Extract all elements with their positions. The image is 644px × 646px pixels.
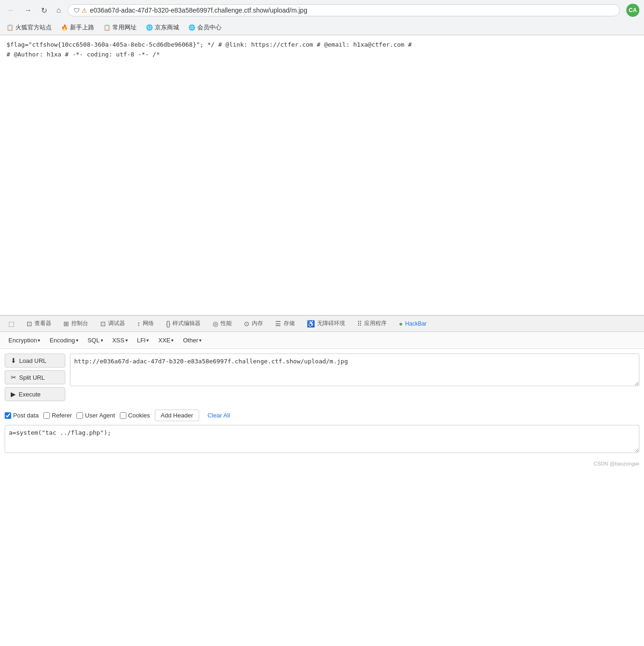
split-url-button[interactable]: ✂ Split URL xyxy=(5,370,65,384)
add-header-button[interactable]: Add Header xyxy=(155,410,199,421)
hackbar-body: ⬇ Load URL ✂ Split URL ▶ Execute xyxy=(0,349,644,406)
hackbar-url-textarea[interactable] xyxy=(70,354,639,386)
devtools-tab-app[interactable]: ⠿ 应用程序 xyxy=(352,316,392,332)
lfi-label: LFI xyxy=(137,337,146,344)
devtools-tab-storage[interactable]: ☰ 存储 xyxy=(270,316,300,332)
hackbar-sql-btn[interactable]: SQL ▾ xyxy=(84,335,107,346)
devtools-tab-memory[interactable]: ⊙ 内存 xyxy=(238,316,269,332)
devtools-tab-pointer[interactable]: ⬚ xyxy=(3,316,20,332)
hackbar-encryption-btn[interactable]: Encryption ▾ xyxy=(5,335,44,346)
hackbar-actions: ⬇ Load URL ✂ Split URL ▶ Execute xyxy=(5,354,65,401)
sql-label: SQL xyxy=(88,337,100,344)
hackbar-other-btn[interactable]: Other ▾ xyxy=(179,335,205,346)
address-input[interactable] xyxy=(90,7,614,14)
profile-avatar: CA xyxy=(626,4,639,17)
inspector-label: 查看器 xyxy=(35,320,51,327)
devtools-tab-inspector[interactable]: ⊡ 查看器 xyxy=(21,316,57,332)
load-url-label: Load URL xyxy=(19,357,47,364)
bookmark-jd[interactable]: 🌐 京东商城 xyxy=(144,22,181,33)
user-agent-option[interactable]: User Agent xyxy=(76,412,115,419)
xxe-label: XXE xyxy=(158,337,170,344)
forward-button[interactable]: → xyxy=(21,4,35,16)
back-button[interactable]: ← xyxy=(5,4,18,16)
shield-icon: 🛡 xyxy=(74,7,80,14)
browser-toolbar: ← → ↻ ⌂ 🛡 ⚠ CA xyxy=(0,0,644,21)
load-url-icon: ⬇ xyxy=(11,357,16,364)
execute-icon: ▶ xyxy=(11,390,16,398)
post-data-checkbox[interactable] xyxy=(5,412,11,419)
hackbar-menu: Encryption ▾ Encoding ▾ SQL ▾ XSS ▾ LFI … xyxy=(0,332,644,349)
user-agent-checkbox[interactable] xyxy=(76,412,83,419)
load-url-button[interactable]: ⬇ Load URL xyxy=(5,354,65,368)
bookmark-globe2-icon: 🌐 xyxy=(188,24,195,31)
devtools-tab-accessibility[interactable]: ♿ 无障碍环境 xyxy=(301,316,351,332)
hackbar-post-area xyxy=(5,425,639,454)
hackbar-post-textarea[interactable] xyxy=(5,425,639,453)
memory-label: 内存 xyxy=(252,320,263,327)
devtools-tab-network[interactable]: ↕ 网络 xyxy=(132,316,159,332)
hackbar-url-area xyxy=(70,354,639,401)
reload-button[interactable]: ↻ xyxy=(38,4,50,17)
referer-option[interactable]: Referer xyxy=(43,412,72,419)
post-data-label: Post data xyxy=(13,412,39,419)
app-icon: ⠿ xyxy=(357,320,362,327)
hackbar-encoding-btn[interactable]: Encoding ▾ xyxy=(46,335,82,346)
browser-chrome: ← → ↻ ⌂ 🛡 ⚠ CA 📋 火狐官方站点 🔥 新手上路 📋 常用网址 🌐 … xyxy=(0,0,644,35)
cookies-checkbox[interactable] xyxy=(120,412,126,419)
page-content: $flag="ctfshow{10cc6508-360a-405a-8ebc-5… xyxy=(0,35,644,315)
cookies-label: Cookies xyxy=(128,412,150,419)
home-button[interactable]: ⌂ xyxy=(54,4,64,16)
clear-all-button[interactable]: Clear All xyxy=(204,410,234,421)
referer-label: Referer xyxy=(52,412,72,419)
devtools-tab-hackbar[interactable]: ● HackBar xyxy=(393,316,432,332)
encryption-label: Encryption xyxy=(8,337,37,344)
post-data-option[interactable]: Post data xyxy=(5,412,39,419)
bookmark-folder2-icon: 📋 xyxy=(104,24,111,31)
execute-label: Execute xyxy=(19,391,41,398)
devtools-tab-performance[interactable]: ◎ 性能 xyxy=(207,316,237,332)
debugger-icon: ⊡ xyxy=(100,320,106,327)
bookmark-common[interactable]: 📋 常用网址 xyxy=(102,22,138,33)
user-agent-label: User Agent xyxy=(85,412,115,419)
devtools-tab-debugger[interactable]: ⊡ 调试器 xyxy=(95,316,131,332)
bookmark-folder-icon: 📋 xyxy=(7,24,14,31)
bookmark-huhu[interactable]: 📋 火狐官方站点 xyxy=(5,22,54,33)
other-label: Other xyxy=(183,337,198,344)
performance-icon: ◎ xyxy=(213,320,218,327)
cookies-option[interactable]: Cookies xyxy=(120,412,150,419)
console-icon: ⊞ xyxy=(63,320,69,327)
hackbar-lfi-btn[interactable]: LFI ▾ xyxy=(133,335,153,346)
lfi-chevron-icon: ▾ xyxy=(146,338,149,343)
bookmark-huhu-label: 火狐官方站点 xyxy=(15,23,52,32)
network-icon: ↕ xyxy=(137,320,140,327)
bookmarks-bar: 📋 火狐官方站点 🔥 新手上路 📋 常用网址 🌐 京东商城 🌐 会员中心 xyxy=(0,21,644,35)
split-url-icon: ✂ xyxy=(11,374,16,381)
hackbar-xss-btn[interactable]: XSS ▾ xyxy=(109,335,132,346)
address-bar-icons: 🛡 ⚠ xyxy=(74,7,87,14)
devtools-tab-console[interactable]: ⊞ 控制台 xyxy=(58,316,94,332)
console-label: 控制台 xyxy=(71,320,88,327)
other-chevron-icon: ▾ xyxy=(199,338,201,343)
style-editor-label: 样式编辑器 xyxy=(173,320,201,327)
storage-label: 存储 xyxy=(284,320,295,327)
hackbar-label: HackBar xyxy=(405,320,427,327)
hackbar-xxe-btn[interactable]: XXE ▾ xyxy=(154,335,177,346)
execute-button[interactable]: ▶ Execute xyxy=(5,387,65,401)
referer-checkbox[interactable] xyxy=(43,412,50,419)
bookmark-fire-icon: 🔥 xyxy=(61,24,68,31)
storage-icon: ☰ xyxy=(275,320,281,327)
watermark: CSDN @baozongwi xyxy=(0,459,644,468)
hackbar-options: Post data Referer User Agent Cookies Add… xyxy=(0,406,644,425)
encoding-chevron-icon: ▾ xyxy=(76,338,78,343)
xss-label: XSS xyxy=(112,337,125,344)
hackbar-panel: Encryption ▾ Encoding ▾ SQL ▾ XSS ▾ LFI … xyxy=(0,332,644,468)
encoding-label: Encoding xyxy=(49,337,75,344)
debugger-label: 调试器 xyxy=(108,320,125,327)
sql-chevron-icon: ▾ xyxy=(101,338,103,343)
devtools-tab-style-editor[interactable]: {} 样式编辑器 xyxy=(160,316,206,332)
memory-icon: ⊙ xyxy=(244,320,249,327)
xxe-chevron-icon: ▾ xyxy=(171,338,173,343)
bookmark-new[interactable]: 🔥 新手上路 xyxy=(59,22,96,33)
accessibility-label: 无障碍环境 xyxy=(317,320,345,327)
bookmark-member[interactable]: 🌐 会员中心 xyxy=(187,22,223,33)
